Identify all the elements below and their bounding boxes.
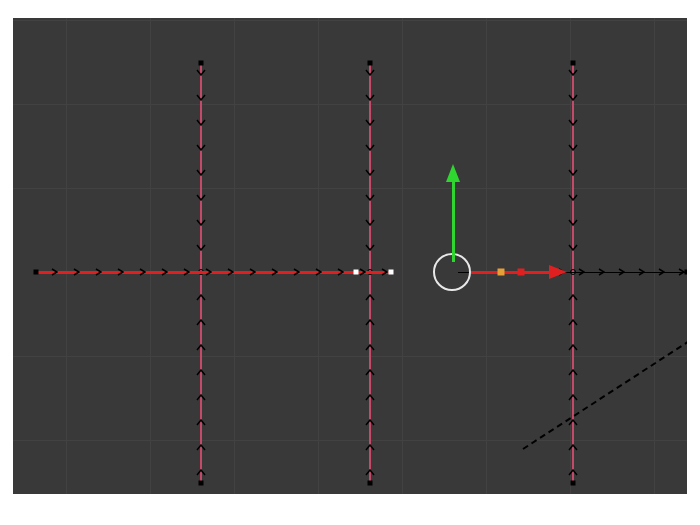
gizmo-y-arrowhead-icon[interactable] [446, 164, 460, 182]
vertex[interactable] [685, 270, 688, 275]
grid-line-h [13, 188, 687, 189]
gizmo-handle[interactable] [498, 269, 505, 276]
vertex[interactable] [199, 481, 204, 486]
vertex[interactable] [571, 481, 576, 486]
grid-line-v [150, 18, 151, 494]
grid-line-v [66, 18, 67, 494]
grid-line-v [486, 18, 487, 494]
grid-line-v [402, 18, 403, 494]
vertex[interactable] [34, 270, 39, 275]
vertex-selected[interactable] [354, 270, 359, 275]
vertex[interactable] [199, 61, 204, 66]
gizmo-y-axis[interactable] [452, 182, 455, 262]
grid-line-v [654, 18, 655, 494]
vertex-selected[interactable] [389, 270, 394, 275]
viewport-3d[interactable] [13, 18, 687, 494]
selected-edge[interactable] [36, 271, 391, 274]
grid-line-h [13, 440, 687, 441]
vertex[interactable] [571, 61, 576, 66]
vertex[interactable] [368, 481, 373, 486]
grid-line-h [13, 20, 687, 21]
grid-line-h [13, 356, 687, 357]
gizmo-handle[interactable] [518, 269, 525, 276]
grid-line-v [234, 18, 235, 494]
construction-line [522, 307, 687, 450]
vertex[interactable] [368, 61, 373, 66]
grid-line-v [318, 18, 319, 494]
gizmo-x-axis[interactable] [471, 271, 551, 274]
grid-line-h [13, 104, 687, 105]
grid-line-v [570, 18, 571, 494]
gizmo-x-arrowhead-icon[interactable] [549, 265, 567, 279]
